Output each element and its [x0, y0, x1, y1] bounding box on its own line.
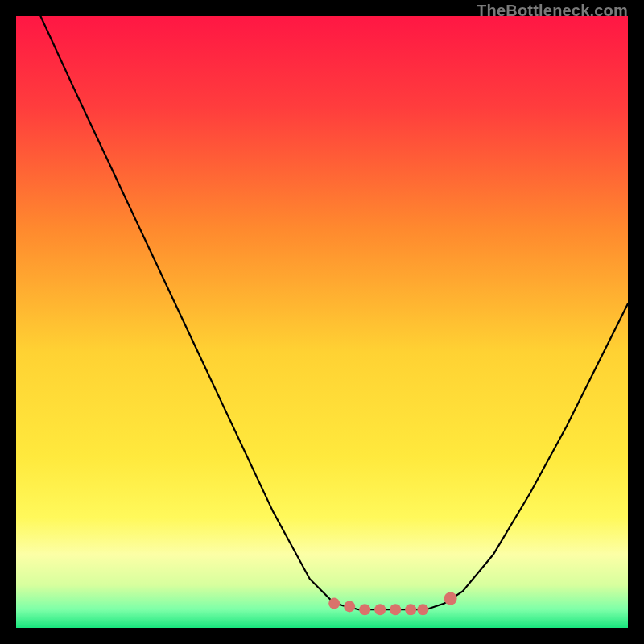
marker-dot: [405, 604, 416, 615]
marker-dot: [344, 601, 355, 612]
marker-dot: [417, 604, 428, 615]
chart-area: [16, 16, 628, 628]
marker-dot: [390, 604, 401, 615]
watermark-text: TheBottleneck.com: [477, 2, 628, 20]
marker-dot: [374, 604, 386, 615]
marker-dot: [328, 598, 340, 609]
chart-background: [16, 16, 628, 628]
marker-dot: [359, 604, 370, 615]
marker-dot: [444, 592, 457, 605]
chart-svg: [16, 16, 628, 628]
